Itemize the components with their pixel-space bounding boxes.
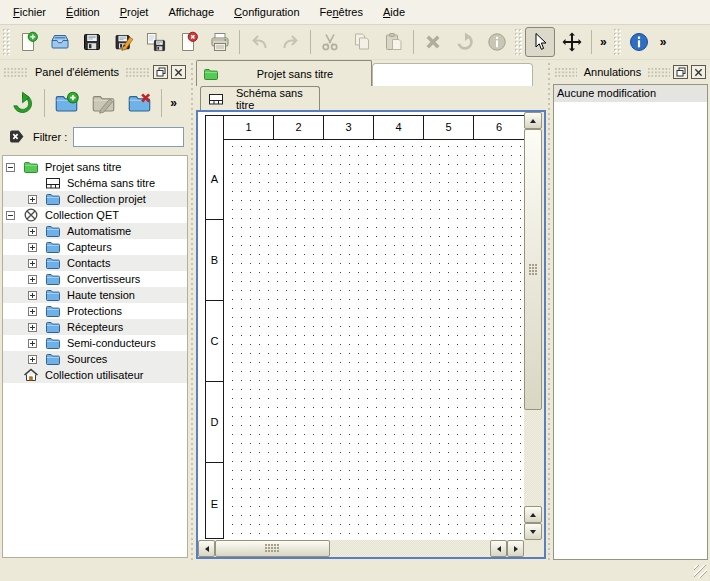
vertical-scrollbar[interactable]	[524, 112, 542, 540]
menu-edition[interactable]: Édition	[56, 2, 110, 22]
thumb-grip	[265, 544, 280, 553]
tree-item-collection-qet[interactable]: Collection QET	[3, 207, 187, 223]
left-splitter[interactable]	[189, 62, 196, 560]
open-file-button[interactable]	[45, 27, 75, 57]
paste-button[interactable]	[379, 27, 409, 57]
edit-category-button[interactable]	[86, 87, 121, 120]
clear-filter-button[interactable]	[6, 127, 27, 148]
tree-item-capteurs[interactable]: Capteurs	[3, 239, 187, 255]
horizontal-scroll-thumb[interactable]	[215, 540, 330, 557]
delete-category-button[interactable]	[122, 87, 157, 120]
expander-plus-icon[interactable]	[28, 323, 37, 332]
diagram-canvas[interactable]: 123456 ABCDE	[198, 112, 524, 540]
scroll-right-button[interactable]	[507, 540, 524, 557]
save-as-button[interactable]	[109, 27, 139, 57]
expander-plus-icon[interactable]	[28, 259, 37, 268]
right-dock-titlebar[interactable]: Annulations	[553, 62, 708, 82]
edit-info-button[interactable]	[482, 27, 512, 57]
toolbar-overflow-button[interactable]: »	[595, 35, 612, 49]
tree-item-sources[interactable]: Sources	[3, 351, 187, 367]
resize-grip-icon[interactable]	[694, 565, 707, 578]
tree-item-collection-projet[interactable]: Collection projet	[3, 191, 187, 207]
tree-item-automatisme[interactable]: Automatisme	[3, 223, 187, 239]
right-dock-close-button[interactable]	[691, 65, 706, 79]
menu-configuration[interactable]: Configuration	[224, 2, 309, 22]
expander-plus-icon[interactable]	[28, 339, 37, 348]
expander-plus-icon[interactable]	[28, 275, 37, 284]
rotate-button[interactable]	[450, 27, 480, 57]
close-file-button[interactable]	[173, 27, 203, 57]
left-dock-close-button[interactable]	[171, 65, 186, 79]
toolbar-overflow-button[interactable]: »	[165, 96, 182, 110]
tabbar-empty-area	[372, 63, 533, 86]
expander-minus-icon[interactable]	[6, 163, 15, 172]
tab-schema[interactable]: Schéma sans titre	[200, 86, 320, 110]
cut-icon	[319, 31, 341, 53]
toolbar-handle[interactable]	[3, 29, 10, 55]
tree-item-convertisseurs[interactable]: Convertisseurs	[3, 271, 187, 287]
tree-item-projet-sans-titre[interactable]: Projet sans titre	[3, 159, 187, 175]
new-category-button[interactable]	[49, 87, 84, 120]
print-button[interactable]	[205, 27, 235, 57]
copy-button[interactable]	[347, 27, 377, 57]
menu-projet[interactable]: Projet	[110, 2, 159, 22]
tree-item-semi-conducteurs[interactable]: Semi-conducteurs	[3, 335, 187, 351]
toolbar-separator	[161, 89, 162, 117]
expander-plus-icon[interactable]	[28, 195, 37, 204]
left-dock-titlebar[interactable]: Panel d'éléments	[2, 62, 188, 82]
folder-icon	[45, 255, 61, 271]
toolbar-overflow-button[interactable]: »	[655, 35, 672, 49]
expander-plus-icon[interactable]	[28, 307, 37, 316]
vertical-scroll-thumb[interactable]	[524, 129, 542, 410]
tree-item-recepteurs[interactable]: Récepteurs	[3, 319, 187, 335]
edit-category-icon	[91, 91, 116, 116]
expander-minus-icon[interactable]	[6, 211, 15, 220]
scroll-down-button[interactable]	[524, 523, 542, 540]
save-button[interactable]	[77, 27, 107, 57]
tree-item-contacts[interactable]: Contacts	[3, 255, 187, 271]
right-dock-float-button[interactable]	[673, 65, 688, 79]
right-splitter[interactable]	[546, 62, 553, 560]
filter-input[interactable]	[73, 127, 184, 147]
scroll-left-button[interactable]	[198, 540, 215, 557]
paste-icon	[383, 31, 405, 53]
undo-list-item[interactable]: Aucune modification	[554, 85, 707, 102]
toolbar-handle[interactable]	[515, 29, 522, 55]
menu-fichier[interactable]: Fichier	[3, 2, 56, 22]
save-all-button[interactable]	[141, 27, 171, 57]
tree-item-label: Contacts	[67, 257, 110, 269]
diagram-column-headers: 123456	[205, 115, 524, 140]
redo-button[interactable]	[276, 27, 306, 57]
expander-plus-icon[interactable]	[28, 227, 37, 236]
tree-item-collection-utilisateur[interactable]: Collection utilisateur	[3, 367, 187, 383]
diagram-row-header: A	[206, 139, 223, 220]
float-icon	[676, 67, 686, 77]
move-mode-button[interactable]	[557, 27, 587, 57]
select-mode-button[interactable]	[525, 27, 555, 57]
reload-collections-button[interactable]	[5, 87, 40, 120]
tab-project[interactable]: Projet sans titre	[196, 60, 372, 86]
undo-button[interactable]	[244, 27, 274, 57]
menu-affichage[interactable]: Affichage	[158, 2, 224, 22]
tree-item-schema-sans-titre[interactable]: Schéma sans titre	[3, 175, 187, 191]
expander-plus-icon[interactable]	[28, 291, 37, 300]
about-button[interactable]	[624, 27, 654, 57]
horizontal-scrollbar[interactable]	[198, 540, 524, 557]
left-dock-float-button[interactable]	[153, 65, 168, 79]
tree-item-haute-tension[interactable]: Haute tension	[3, 287, 187, 303]
toolbar-handle[interactable]	[614, 29, 621, 55]
scroll-up-button-2[interactable]	[524, 506, 542, 523]
expander-plus-icon[interactable]	[28, 243, 37, 252]
delete-button[interactable]	[418, 27, 448, 57]
new-category-icon	[54, 91, 79, 116]
cut-button[interactable]	[315, 27, 345, 57]
tree-item-label: Schéma sans titre	[67, 177, 155, 189]
menu-fenetres[interactable]: Fenêtres	[310, 2, 373, 22]
new-file-button[interactable]	[13, 27, 43, 57]
tree-item-protections[interactable]: Protections	[3, 303, 187, 319]
menu-aide[interactable]: Aide	[373, 2, 415, 22]
scroll-left-button-2[interactable]	[490, 540, 507, 557]
expander-plus-icon[interactable]	[28, 355, 37, 364]
scroll-up-button[interactable]	[524, 112, 542, 129]
schema-tab-label: Schéma sans titre	[236, 87, 312, 111]
